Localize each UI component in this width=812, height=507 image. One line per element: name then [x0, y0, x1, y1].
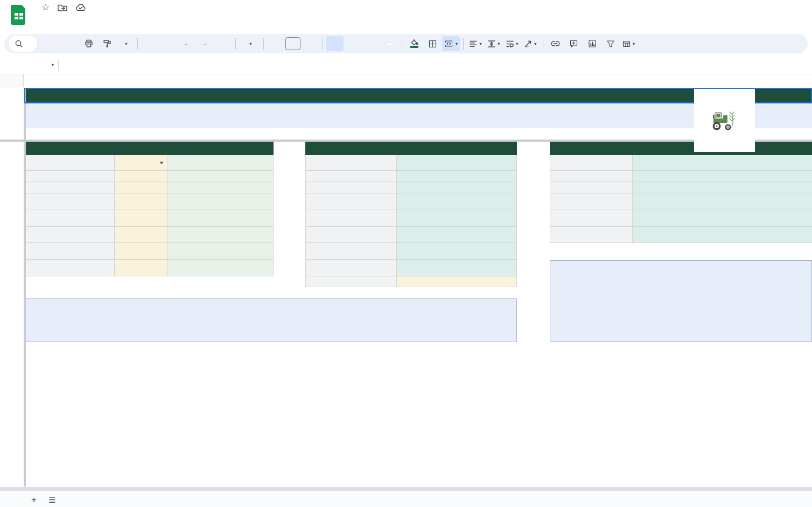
input-note-price-per-bushel[interactable] [167, 243, 274, 260]
integration-label-default-handling-loss[interactable] [550, 182, 633, 193]
result-label-dry-bushels[interactable] [305, 193, 397, 210]
text-wrap-button[interactable]: ▾ [503, 36, 521, 51]
all-sheets-button[interactable]: ☰ [43, 495, 61, 505]
increase-decimal-button[interactable]: → [196, 36, 214, 51]
horizontal-scrollbar[interactable] [0, 487, 812, 491]
input-label-handling-loss[interactable] [24, 227, 115, 243]
input-value-price-per-bushel[interactable] [115, 243, 167, 260]
result-label-shrink-percent[interactable] [305, 171, 397, 182]
integration-label-default-final-moisture[interactable] [550, 155, 633, 171]
input-value-commodity[interactable] [115, 155, 167, 171]
select-all-corner[interactable] [0, 74, 24, 87]
print-button[interactable] [80, 36, 97, 51]
input-value-wet-bushels[interactable] [115, 171, 167, 182]
input-note-handling-loss[interactable] [167, 227, 274, 243]
insert-link-button[interactable] [547, 36, 564, 51]
frozen-pane-divider-horizontal[interactable] [0, 140, 812, 142]
result-label-input-status[interactable] [305, 276, 397, 287]
integration-label-default-shrink-factor[interactable] [550, 171, 633, 182]
cloud-saved-icon[interactable] [75, 4, 86, 11]
integration-label-current-total-bushels[interactable] [550, 193, 633, 210]
result-label-shrink-bushels[interactable] [305, 182, 397, 193]
name-box[interactable]: ▾ [0, 62, 54, 67]
undo-button[interactable] [43, 36, 61, 51]
result-value-variance[interactable] [397, 260, 517, 276]
integration-value-default-handling-loss[interactable] [633, 182, 812, 193]
input-note-actual-dry-bushels[interactable] [167, 260, 274, 276]
farm-tech-gear-logo[interactable] [694, 89, 755, 152]
insert-chart-button[interactable] [583, 36, 601, 51]
more-formats-button[interactable] [214, 36, 232, 51]
sheets-app-icon[interactable] [11, 5, 27, 25]
shrink-inputs-header[interactable] [24, 142, 274, 155]
result-value-estimated-revenue[interactable] [397, 243, 517, 260]
integration-value-selected-commodity-lbs[interactable] [633, 227, 812, 243]
input-value-handling-loss[interactable] [115, 227, 167, 243]
calculated-results-header[interactable] [305, 142, 517, 155]
horizontal-align-button[interactable]: ▾ [467, 36, 485, 51]
text-rotation-button[interactable]: ▾ [522, 36, 540, 51]
input-label-commodity[interactable] [24, 155, 115, 171]
move-folder-icon[interactable] [58, 4, 67, 11]
input-value-shrink-factor[interactable] [115, 210, 167, 227]
integration-value-selected-commodity-bushels[interactable] [633, 210, 812, 227]
integration-label-selected-commodity-bushels[interactable] [550, 210, 633, 227]
redo-button[interactable] [61, 36, 79, 51]
input-note-final-moisture[interactable] [167, 193, 274, 210]
merge-cells-button[interactable]: ▾ [442, 36, 460, 51]
search-menus-button[interactable] [9, 36, 37, 52]
result-value-input-status[interactable] [397, 276, 517, 287]
input-value-incoming-moisture[interactable] [115, 182, 167, 193]
result-label-handling-loss-bushels[interactable] [305, 210, 397, 227]
insert-comment-button[interactable] [565, 36, 583, 51]
result-value-shrink-percent[interactable] [397, 171, 517, 182]
input-value-actual-dry-bushels[interactable] [115, 260, 167, 276]
increase-font-size-button[interactable] [301, 36, 319, 51]
agshed-integration-header[interactable] [550, 142, 812, 155]
input-label-actual-dry-bushels[interactable] [24, 260, 115, 276]
input-note-wet-bushels[interactable] [167, 171, 274, 182]
borders-button[interactable] [424, 36, 442, 51]
bold-button[interactable] [326, 36, 344, 51]
input-label-shrink-factor[interactable] [24, 210, 115, 227]
integration-note-box[interactable] [550, 260, 812, 342]
integration-value-default-final-moisture[interactable] [633, 155, 812, 171]
functions-button[interactable] [638, 36, 656, 51]
paint-format-button[interactable] [98, 36, 116, 51]
result-value-handling-loss-bushels[interactable] [397, 210, 517, 227]
integration-label-selected-commodity-lbs[interactable] [550, 227, 633, 243]
integration-value-default-shrink-factor[interactable] [633, 171, 812, 182]
input-label-final-moisture[interactable] [24, 193, 115, 210]
input-note-shrink-factor[interactable] [167, 210, 274, 227]
font-size-input[interactable] [285, 37, 300, 50]
result-value-net-salable-bushels[interactable] [397, 227, 517, 243]
star-icon[interactable]: ☆ [41, 3, 50, 12]
result-label-moisture-removed[interactable] [305, 155, 397, 171]
fill-color-button[interactable] [405, 36, 423, 51]
decrease-font-size-button[interactable] [267, 36, 285, 51]
font-family-selector[interactable]: ▾ [239, 36, 260, 51]
italic-button[interactable] [344, 36, 362, 51]
zoom-selector[interactable]: ▾ [116, 36, 134, 51]
strikethrough-button[interactable] [362, 36, 380, 51]
frozen-pane-divider-vertical[interactable] [24, 88, 26, 487]
table-views-button[interactable]: ▾ [620, 36, 638, 51]
create-filter-button[interactable] [601, 36, 619, 51]
text-color-button[interactable] [381, 36, 398, 51]
result-value-shrink-bushels[interactable] [397, 182, 517, 193]
usage-note-box[interactable] [24, 298, 517, 342]
input-label-incoming-moisture[interactable] [24, 182, 115, 193]
result-value-dry-bushels[interactable] [397, 193, 517, 210]
result-label-net-salable-bushels[interactable] [305, 227, 397, 243]
integration-value-current-total-bushels[interactable] [633, 193, 812, 210]
vertical-align-button[interactable]: ▾ [485, 36, 503, 51]
input-note-incoming-moisture[interactable] [167, 182, 274, 193]
input-note-commodity[interactable] [167, 155, 274, 171]
dropdown-caret-icon[interactable] [159, 162, 164, 164]
decrease-decimal-button[interactable]: ← [178, 36, 195, 51]
result-label-estimated-revenue[interactable] [305, 243, 397, 260]
input-label-price-per-bushel[interactable] [24, 243, 115, 260]
input-label-wet-bushels[interactable] [24, 171, 115, 182]
result-value-moisture-removed[interactable] [397, 155, 517, 171]
format-percent-button[interactable] [159, 36, 177, 51]
